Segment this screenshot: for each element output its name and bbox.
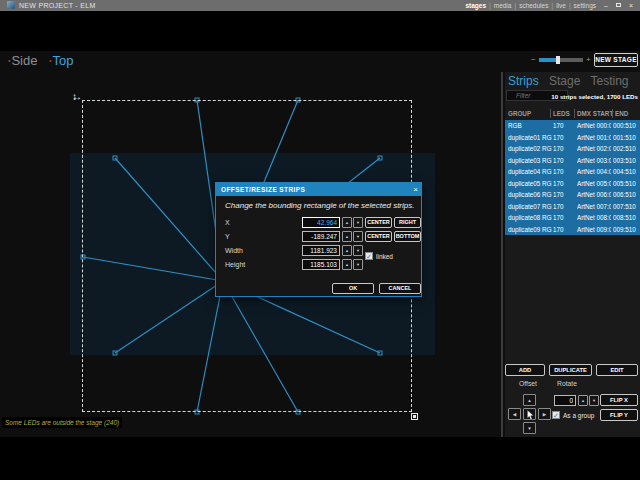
- cell-dmx: ArtNet 009:001: [577, 224, 611, 236]
- x-center-button[interactable]: CENTER: [365, 217, 392, 228]
- cell-leds: 170: [553, 201, 575, 213]
- cell-leds: 170: [553, 120, 575, 132]
- y-spin-up[interactable]: ▲: [342, 231, 352, 242]
- zoom-slider[interactable]: [539, 58, 583, 62]
- menu-separator: |: [489, 2, 491, 9]
- strip-table-body: RGB170ArtNet 000:001000:510duplicate01 R…: [505, 120, 640, 235]
- restore-button[interactable]: [612, 0, 624, 11]
- tab-stage[interactable]: Stage: [549, 74, 580, 88]
- y-bottom-button[interactable]: BOTTOM: [394, 231, 421, 242]
- offset-label: Offset: [519, 380, 537, 387]
- menu-item-schedules[interactable]: schedules: [519, 2, 548, 9]
- header-dmx-start[interactable]: DMX START: [577, 107, 613, 120]
- duplicate-button[interactable]: DUPLICATE: [549, 364, 592, 376]
- flip-x-button[interactable]: FLIP X: [600, 394, 638, 406]
- width-input[interactable]: [302, 245, 340, 256]
- restore-icon: [616, 3, 621, 7]
- table-row[interactable]: duplicate03 RGB170ArtNet 003:001003:510: [505, 155, 640, 167]
- cell-dmx: ArtNet 002:001: [577, 143, 611, 155]
- table-row[interactable]: duplicate09 RGB170ArtNet 009:001009:510: [505, 224, 640, 236]
- rotate-spin-up[interactable]: ▲: [578, 395, 588, 406]
- cell-end: 003:510: [613, 155, 639, 167]
- menu-separator: |: [551, 2, 553, 9]
- menu-item-live[interactable]: live: [556, 2, 566, 9]
- dialog-close-icon[interactable]: ×: [413, 183, 418, 196]
- menu-separator: |: [514, 2, 516, 9]
- new-stage-button[interactable]: NEW STAGE: [594, 53, 638, 67]
- cancel-button[interactable]: CANCEL: [379, 283, 421, 294]
- y-input[interactable]: [302, 231, 340, 242]
- cell-end: 006:510: [613, 189, 639, 201]
- table-row[interactable]: duplicate08 RGB170ArtNet 008:001008:510: [505, 212, 640, 224]
- rotate-input[interactable]: [554, 395, 576, 406]
- cell-end: 008:510: [613, 212, 639, 224]
- minimize-button[interactable]: –: [600, 0, 612, 11]
- zoom-slider-thumb[interactable]: [556, 56, 560, 64]
- menu-item-stages[interactable]: stages: [465, 2, 486, 9]
- cell-dmx: ArtNet 005:001: [577, 178, 611, 190]
- dialog-message: Change the bounding rectangle of the sel…: [225, 201, 414, 210]
- add-button[interactable]: ADD: [505, 364, 545, 376]
- cell-group: RGB: [508, 120, 552, 132]
- width-spin-down[interactable]: ▼: [353, 245, 363, 256]
- ok-button[interactable]: OK: [332, 283, 374, 294]
- as-group-checkbox[interactable]: ✓: [552, 411, 560, 419]
- cell-leds: 170: [553, 143, 575, 155]
- linked-label: linked: [376, 253, 393, 260]
- cell-group: duplicate05 RGB: [508, 178, 552, 190]
- selection-summary: 10 strips selected, 1700 LEDs: [551, 93, 638, 100]
- tab-strips[interactable]: Strips: [508, 74, 539, 88]
- y-spin-down[interactable]: ▼: [353, 231, 363, 242]
- table-row[interactable]: duplicate07 RGB170ArtNet 007:001007:510: [505, 201, 640, 213]
- table-row[interactable]: RGB170ArtNet 000:001000:510: [505, 120, 640, 132]
- right-panel: Strips Stage Testing ▼ 10 strips selecte…: [505, 72, 640, 437]
- linked-checkbox[interactable]: ✓: [365, 252, 373, 260]
- cell-dmx: ArtNet 007:001: [577, 201, 611, 213]
- table-row[interactable]: duplicate04 RGB170ArtNet 004:001004:510: [505, 166, 640, 178]
- close-button[interactable]: ×: [625, 0, 637, 11]
- panel-tabs: Strips Stage Testing: [508, 74, 636, 88]
- header-end[interactable]: END: [615, 107, 628, 120]
- height-spin-up[interactable]: ▲: [342, 259, 352, 270]
- cell-dmx: ArtNet 008:001: [577, 212, 611, 224]
- move-cursor-icon: ↔↕: [72, 91, 84, 103]
- dialog-titlebar[interactable]: OFFSET/RESIZE STRIPS: [216, 183, 421, 196]
- menu-item-settings[interactable]: settings: [574, 2, 596, 9]
- cell-dmx: ArtNet 000:001: [577, 120, 611, 132]
- x-input[interactable]: [302, 217, 340, 228]
- x-right-button[interactable]: RIGHT: [394, 217, 421, 228]
- width-spin-up[interactable]: ▲: [342, 245, 352, 256]
- menu-item-media[interactable]: media: [494, 2, 512, 9]
- header-leds[interactable]: LEDS: [553, 107, 570, 120]
- table-row[interactable]: duplicate05 RGB170ArtNet 005:001005:510: [505, 178, 640, 190]
- x-spin-up[interactable]: ▲: [342, 217, 352, 228]
- flip-y-button[interactable]: FLIP Y: [600, 409, 638, 421]
- header-group[interactable]: GROUP: [508, 107, 531, 120]
- cell-leds: 170: [553, 132, 575, 144]
- zoom-out-button[interactable]: −: [531, 55, 536, 64]
- y-center-button[interactable]: CENTER: [365, 231, 392, 242]
- height-label: Height: [225, 261, 245, 268]
- resize-handle-icon[interactable]: [411, 413, 418, 420]
- table-row[interactable]: duplicate06 RGB170ArtNet 006:001006:510: [505, 189, 640, 201]
- table-row[interactable]: duplicate02 RGB170ArtNet 002:001002:510: [505, 143, 640, 155]
- offset-down-button[interactable]: ▼: [523, 422, 536, 434]
- height-input[interactable]: [302, 259, 340, 270]
- cell-leds: 170: [553, 189, 575, 201]
- rotate-spin-down[interactable]: ▼: [589, 395, 599, 406]
- x-spin-down[interactable]: ▼: [353, 217, 363, 228]
- offset-resize-dialog: OFFSET/RESIZE STRIPS × Change the boundi…: [215, 182, 422, 297]
- panel-divider: [501, 72, 503, 437]
- tab-testing[interactable]: Testing: [591, 74, 629, 88]
- cell-dmx: ArtNet 001:001: [577, 132, 611, 144]
- workspace: •Side •Top − + NEW STAGE ↔↕ Some LEDs ar…: [0, 51, 640, 437]
- table-row[interactable]: duplicate01 RGB170ArtNet 001:001001:510: [505, 132, 640, 144]
- height-spin-down[interactable]: ▼: [353, 259, 363, 270]
- edit-button[interactable]: EDIT: [596, 364, 638, 376]
- cell-end: 009:510: [613, 224, 639, 236]
- width-label: Width: [225, 247, 243, 254]
- offset-right-button[interactable]: ▶: [538, 408, 551, 420]
- zoom-in-button[interactable]: +: [586, 55, 591, 64]
- offset-left-button[interactable]: ◀: [508, 408, 521, 420]
- offset-up-button[interactable]: ▲: [523, 394, 536, 406]
